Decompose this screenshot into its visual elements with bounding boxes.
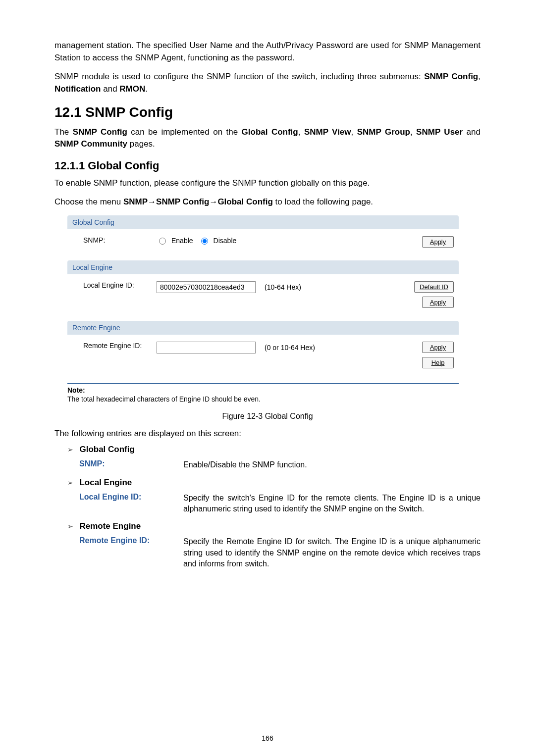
text: can be implemented on the	[127, 127, 242, 137]
entry-row-snmp: SNMP: Enable/Disable the SNMP function.	[79, 459, 481, 470]
entry-group-local: ➢ Local Engine	[67, 478, 481, 488]
help-button[interactable]: Help	[422, 357, 454, 368]
radio-disable[interactable]	[201, 238, 208, 245]
menu-path: SNMP→SNMP Config→Global Config	[123, 197, 273, 206]
section-heading: 12.1 SNMP Config	[54, 104, 481, 120]
text: and	[463, 127, 481, 137]
note-divider	[67, 383, 459, 384]
text: and	[101, 84, 120, 94]
text-bold: SNMP Config	[424, 72, 478, 81]
apply-button-local[interactable]: Apply	[422, 297, 454, 308]
text: .	[145, 84, 148, 94]
config-panel: Global Config SNMP: Enable Disable Apply…	[67, 215, 459, 381]
input-local-engine-id[interactable]	[157, 281, 256, 293]
entry-group-remote: ➢ Remote Engine	[67, 521, 481, 531]
text-bold: SNMP Config	[73, 127, 127, 137]
panel-head-local: Local Engine	[67, 260, 459, 274]
text-bold: Notification	[54, 84, 101, 94]
text-bold: RMON	[119, 84, 145, 94]
group-title-global: Global Config	[79, 445, 134, 454]
label-local-engine-id: Local Engine ID:	[72, 281, 157, 289]
panel-head-global: Global Config	[67, 215, 459, 229]
text-bold: Global Config	[242, 127, 298, 137]
text-bold: SNMP View	[304, 127, 351, 137]
hint-local: (10-64 Hex)	[265, 283, 301, 291]
default-id-button[interactable]: Default ID	[414, 281, 454, 293]
text: ,	[478, 72, 481, 81]
page-number: 166	[0, 734, 535, 742]
radio-enable-label: Enable	[171, 237, 193, 245]
figure-caption: Figure 12-3 Global Config	[54, 412, 481, 421]
term-remote-engine-id: Remote Engine ID:	[79, 536, 183, 569]
text-bold: SNMP User	[416, 127, 463, 137]
text: Choose the menu	[54, 197, 123, 206]
entry-row-remote: Remote Engine ID: Specify the Remote Eng…	[79, 536, 481, 569]
panel-head-remote: Remote Engine	[67, 321, 459, 335]
intro-paragraph-2: SNMP module is used to configure the SNM…	[54, 71, 481, 95]
text: ,	[351, 127, 357, 137]
text-bold: SNMP Community	[54, 139, 127, 149]
entry-row-local: Local Engine ID: Specify the switch's En…	[79, 493, 481, 515]
radio-enable[interactable]	[159, 238, 166, 245]
section-paragraph: The SNMP Config can be implemented on th…	[54, 126, 481, 151]
panel-row-snmp: SNMP: Enable Disable Apply	[67, 229, 459, 260]
apply-button-remote[interactable]: Apply	[422, 342, 454, 353]
group-title-remote: Remote Engine	[79, 521, 141, 531]
desc-remote-engine-id: Specify the Remote Engine ID for switch.…	[183, 536, 481, 569]
text: SNMP module is used to configure the SNM…	[54, 72, 424, 81]
text: pages.	[127, 139, 155, 149]
hint-remote: (0 or 10-64 Hex)	[265, 344, 315, 352]
bullet-arrow-icon: ➢	[67, 446, 77, 454]
entry-group-global: ➢ Global Config	[67, 445, 481, 454]
text: to load the following page.	[273, 197, 373, 206]
desc-snmp: Enable/Disable the SNMP function.	[183, 459, 481, 470]
panel-row-local: Local Engine ID: (10-64 Hex) Default ID …	[67, 274, 459, 321]
text-bold: SNMP Group	[357, 127, 410, 137]
label-snmp: SNMP:	[72, 236, 157, 244]
text: ,	[298, 127, 304, 137]
intro-paragraph-1: management station. The specified User N…	[54, 40, 481, 64]
apply-button-global[interactable]: Apply	[422, 236, 454, 248]
bullet-arrow-icon: ➢	[67, 522, 77, 530]
desc-local-engine-id: Specify the switch's Engine ID for the r…	[183, 493, 481, 515]
radio-disable-label: Disable	[214, 237, 237, 245]
group-title-local: Local Engine	[79, 478, 132, 488]
paragraph-enable: To enable SNMP function, please configur…	[54, 177, 481, 190]
input-remote-engine-id[interactable]	[157, 342, 256, 353]
bullet-arrow-icon: ➢	[67, 479, 77, 487]
term-snmp: SNMP:	[79, 459, 183, 470]
text: ,	[410, 127, 416, 137]
text: The	[54, 127, 73, 137]
entries-intro: The following entries are displayed on t…	[54, 429, 481, 439]
note-text: The total hexadecimal characters of Engi…	[67, 395, 459, 403]
label-remote-engine-id: Remote Engine ID:	[72, 342, 157, 350]
paragraph-menu: Choose the menu SNMP→SNMP Config→Global …	[54, 196, 481, 208]
note-title: Note:	[67, 386, 459, 394]
note-block: Note: The total hexadecimal characters o…	[67, 386, 459, 403]
subsection-heading: 12.1.1 Global Config	[54, 159, 481, 172]
panel-row-remote: Remote Engine ID: (0 or 10-64 Hex) Apply…	[67, 335, 459, 381]
term-local-engine-id: Local Engine ID:	[79, 493, 183, 515]
